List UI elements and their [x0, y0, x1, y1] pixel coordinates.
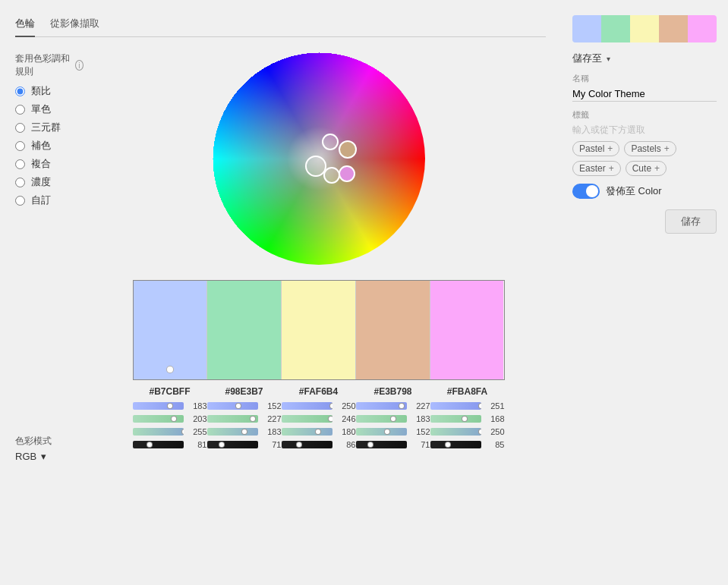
channel-column-3: 22718315271	[356, 401, 430, 451]
channel-column-0: 18320325581	[133, 401, 207, 451]
save-to-label: 儲存至	[572, 52, 602, 65]
rule-shades[interactable]: 濃度	[15, 175, 84, 189]
channel-value: 255	[186, 427, 207, 436]
channel-column-4: 25116825085	[430, 401, 505, 451]
tags-label: 標籤	[572, 109, 717, 121]
tag-plus-icon[interactable]: +	[607, 143, 613, 154]
color-wheel-wrapper[interactable]	[213, 52, 425, 265]
tab-extract-from-image[interactable]: 從影像擷取	[50, 15, 99, 32]
preview-swatch-4	[688, 15, 717, 42]
rule-complementary[interactable]: 補色	[15, 139, 84, 153]
tag-plus-icon-3[interactable]: +	[609, 163, 614, 174]
color-wheel-container	[91, 52, 546, 265]
channel-value: 183	[409, 414, 430, 423]
tag-pastels[interactable]: Pastels +	[624, 141, 676, 156]
channel-value: 85	[484, 440, 505, 449]
channel-row: 183	[207, 427, 282, 436]
harmony-title: 套用色彩調和規則 i	[15, 52, 84, 78]
hex-label-2: #FAF6B4	[282, 386, 356, 397]
channel-value: 183	[186, 401, 207, 410]
publish-toggle[interactable]	[572, 184, 600, 199]
palette-preview	[572, 15, 717, 42]
tag-easter[interactable]: Easter +	[572, 161, 621, 176]
channel-value: 86	[335, 440, 356, 449]
channel-bar-container	[133, 428, 184, 436]
channel-row: 183	[356, 414, 430, 423]
tag-plus-icon-4[interactable]: +	[654, 163, 660, 174]
rule-compound[interactable]: 複合	[15, 157, 84, 171]
swatch-0[interactable]	[134, 281, 208, 379]
channel-bar-container	[207, 428, 258, 436]
hex-labels: #B7CBFF #98E3B7 #FAF6B4 #E3B798 #FBA8FA	[133, 386, 505, 397]
swatch-3[interactable]	[356, 281, 430, 379]
channel-row: 71	[207, 440, 282, 449]
hex-label-1: #98E3B7	[207, 386, 282, 397]
name-label: 名稱	[572, 73, 717, 84]
channel-column-1: 15222718371	[207, 401, 282, 451]
save-to-chevron-icon[interactable]: ▾	[607, 55, 610, 63]
tab-bar: 色輪 從影像擷取	[15, 15, 546, 37]
channel-bar-container	[282, 441, 332, 448]
channel-bar-container	[282, 428, 332, 436]
channel-row: 86	[282, 440, 356, 449]
channel-row: 71	[356, 440, 430, 449]
tab-color-wheel[interactable]: 色輪	[15, 15, 35, 37]
channel-value: 168	[484, 414, 505, 423]
channel-value: 251	[484, 401, 505, 410]
channel-value: 227	[409, 401, 430, 410]
channel-value: 183	[260, 427, 282, 436]
color-wheel[interactable]	[213, 52, 425, 265]
tags-section: 標籤 輸入或從下方選取 Pastel + Pastels + Easter + …	[572, 109, 717, 176]
channel-bar-container	[133, 441, 184, 448]
channel-row: 152	[356, 427, 430, 436]
channel-row: 246	[282, 414, 356, 423]
channel-row: 227	[207, 414, 282, 423]
preview-swatch-0	[572, 15, 601, 42]
channel-row: 180	[282, 427, 356, 436]
swatch-1[interactable]	[207, 281, 282, 379]
channel-column-2: 25024618086	[282, 401, 356, 451]
save-button[interactable]: 儲存	[665, 209, 717, 234]
channel-value: 250	[484, 427, 505, 436]
channel-bar-container	[430, 441, 481, 448]
preview-swatch-3	[659, 15, 688, 42]
channel-row: 250	[430, 427, 505, 436]
channel-row: 251	[430, 401, 505, 410]
rule-custom[interactable]: 自訂	[15, 193, 84, 207]
tag-pastel[interactable]: Pastel +	[572, 141, 619, 156]
swatch-4[interactable]	[430, 281, 504, 379]
channel-value: 81	[186, 440, 207, 449]
swatch-2[interactable]	[282, 281, 356, 379]
publish-label: 發佈至 Color	[606, 184, 662, 198]
info-icon[interactable]: i	[75, 60, 84, 71]
channel-bar-container	[133, 402, 184, 410]
name-field-group: 名稱	[572, 73, 717, 102]
channel-row: 203	[133, 414, 207, 423]
tag-cute[interactable]: Cute +	[626, 161, 667, 176]
channel-bar-container	[282, 415, 332, 423]
channel-bar-container	[356, 402, 407, 410]
channel-bar-container	[133, 415, 184, 423]
name-input[interactable]	[572, 86, 717, 102]
channel-bars: 1832032558115222718371250246180862271831…	[133, 401, 505, 451]
tag-plus-icon-2[interactable]: +	[664, 143, 670, 154]
channel-value: 246	[335, 414, 356, 423]
color-mode-select[interactable]: RGB ▾	[15, 451, 84, 462]
rule-monochromatic[interactable]: 單色	[15, 102, 84, 116]
color-mode-label: 色彩模式	[15, 435, 84, 448]
chevron-down-icon: ▾	[41, 451, 46, 462]
channel-bar-container	[430, 402, 481, 410]
rule-triadic[interactable]: 三元群	[15, 121, 84, 134]
channel-row: 81	[133, 440, 207, 449]
publish-row: 發佈至 Color	[572, 184, 717, 199]
channel-row: 183	[133, 401, 207, 410]
channel-row: 168	[430, 414, 505, 423]
channel-value: 180	[335, 427, 356, 436]
rule-analogous[interactable]: 類比	[15, 84, 84, 98]
channel-bar-container	[207, 415, 258, 423]
swatches-row	[133, 280, 505, 380]
channel-value: 152	[260, 401, 282, 410]
preview-swatch-2	[630, 15, 659, 42]
channel-row: 85	[430, 440, 505, 449]
channel-value: 71	[260, 440, 282, 449]
